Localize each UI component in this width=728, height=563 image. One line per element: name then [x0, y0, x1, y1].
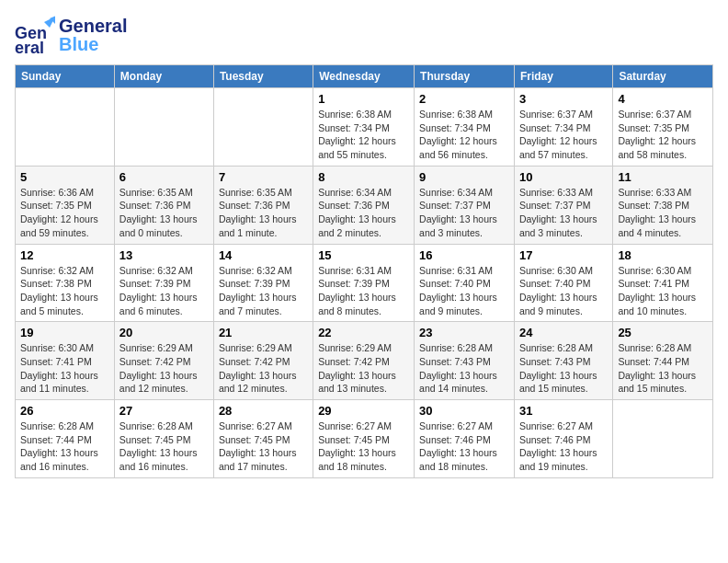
- day-info: Sunrise: 6:29 AMSunset: 7:42 PMDaylight:…: [219, 341, 308, 396]
- day-info: Sunrise: 6:34 AMSunset: 7:37 PMDaylight:…: [419, 186, 509, 240]
- day-number: 1: [318, 92, 409, 106]
- calendar-cell: 18Sunrise: 6:30 AMSunset: 7:41 PMDayligh…: [613, 244, 713, 322]
- day-number: 9: [419, 170, 509, 184]
- logo-general: General: [59, 17, 127, 35]
- day-number: 7: [219, 170, 308, 184]
- calendar-cell: 2Sunrise: 6:38 AMSunset: 7:34 PMDaylight…: [415, 88, 515, 167]
- day-info: Sunrise: 6:30 AMSunset: 7:41 PMDaylight:…: [618, 264, 708, 318]
- day-info: Sunrise: 6:28 AMSunset: 7:44 PMDaylight:…: [20, 419, 109, 474]
- calendar-cell: 15Sunrise: 6:31 AMSunset: 7:39 PMDayligh…: [313, 244, 415, 322]
- day-number: 20: [119, 326, 209, 339]
- calendar-cell: 1Sunrise: 6:38 AMSunset: 7:34 PMDaylight…: [313, 88, 415, 167]
- day-number: 22: [318, 326, 409, 339]
- day-number: 17: [519, 248, 608, 262]
- day-number: 24: [519, 326, 608, 339]
- svg-text:eral: eral: [15, 39, 44, 55]
- calendar-cell: 12Sunrise: 6:32 AMSunset: 7:38 PMDayligh…: [16, 244, 115, 322]
- day-info: Sunrise: 6:30 AMSunset: 7:41 PMDaylight:…: [20, 341, 109, 396]
- calendar-cell: 10Sunrise: 6:33 AMSunset: 7:37 PMDayligh…: [514, 166, 612, 244]
- day-info: Sunrise: 6:38 AMSunset: 7:34 PMDaylight:…: [318, 108, 409, 162]
- calendar-cell: 26Sunrise: 6:28 AMSunset: 7:44 PMDayligh…: [16, 400, 115, 478]
- calendar-header-row: SundayMondayTuesdayWednesdayThursdayFrid…: [16, 65, 713, 88]
- day-info: Sunrise: 6:29 AMSunset: 7:42 PMDaylight:…: [318, 341, 409, 396]
- calendar-cell: 30Sunrise: 6:27 AMSunset: 7:46 PMDayligh…: [415, 400, 515, 478]
- calendar-cell: [213, 88, 313, 167]
- day-number: 11: [618, 170, 708, 184]
- day-info: Sunrise: 6:30 AMSunset: 7:40 PMDaylight:…: [519, 264, 608, 318]
- day-number: 25: [618, 326, 708, 339]
- day-number: 14: [219, 248, 308, 262]
- day-number: 10: [519, 170, 608, 184]
- calendar-cell: [16, 88, 115, 167]
- day-number: 2: [419, 92, 509, 106]
- column-header-friday: Friday: [514, 65, 612, 88]
- column-header-thursday: Thursday: [415, 65, 515, 88]
- day-number: 21: [219, 326, 308, 339]
- column-header-sunday: Sunday: [16, 65, 115, 88]
- column-header-tuesday: Tuesday: [213, 65, 313, 88]
- calendar-cell: 20Sunrise: 6:29 AMSunset: 7:42 PMDayligh…: [114, 322, 213, 400]
- calendar-cell: 3Sunrise: 6:37 AMSunset: 7:34 PMDaylight…: [514, 88, 612, 167]
- day-number: 18: [618, 248, 708, 262]
- calendar-week-5: 26Sunrise: 6:28 AMSunset: 7:44 PMDayligh…: [16, 400, 713, 478]
- calendar-cell: 9Sunrise: 6:34 AMSunset: 7:37 PMDaylight…: [415, 166, 515, 244]
- calendar-cell: 11Sunrise: 6:33 AMSunset: 7:38 PMDayligh…: [613, 166, 713, 244]
- day-number: 31: [519, 404, 608, 418]
- day-info: Sunrise: 6:35 AMSunset: 7:36 PMDaylight:…: [119, 186, 209, 240]
- day-info: Sunrise: 6:35 AMSunset: 7:36 PMDaylight:…: [219, 186, 308, 240]
- day-info: Sunrise: 6:32 AMSunset: 7:39 PMDaylight:…: [119, 264, 209, 318]
- day-info: Sunrise: 6:27 AMSunset: 7:45 PMDaylight:…: [318, 419, 409, 474]
- calendar-cell: 21Sunrise: 6:29 AMSunset: 7:42 PMDayligh…: [213, 322, 313, 400]
- day-info: Sunrise: 6:34 AMSunset: 7:36 PMDaylight:…: [318, 186, 409, 240]
- day-info: Sunrise: 6:33 AMSunset: 7:37 PMDaylight:…: [519, 186, 608, 240]
- calendar-table: SundayMondayTuesdayWednesdayThursdayFrid…: [15, 64, 713, 478]
- day-number: 27: [119, 404, 209, 418]
- calendar-cell: 31Sunrise: 6:27 AMSunset: 7:46 PMDayligh…: [514, 400, 612, 478]
- day-info: Sunrise: 6:32 AMSunset: 7:39 PMDaylight:…: [219, 264, 308, 318]
- day-info: Sunrise: 6:38 AMSunset: 7:34 PMDaylight:…: [419, 108, 509, 162]
- page-header: Gen eral General Blue: [15, 15, 713, 55]
- calendar-week-2: 5Sunrise: 6:36 AMSunset: 7:35 PMDaylight…: [16, 166, 713, 244]
- calendar-cell: 13Sunrise: 6:32 AMSunset: 7:39 PMDayligh…: [114, 244, 213, 322]
- calendar-cell: 27Sunrise: 6:28 AMSunset: 7:45 PMDayligh…: [114, 400, 213, 478]
- calendar-cell: 14Sunrise: 6:32 AMSunset: 7:39 PMDayligh…: [213, 244, 313, 322]
- day-info: Sunrise: 6:29 AMSunset: 7:42 PMDaylight:…: [119, 341, 209, 396]
- day-info: Sunrise: 6:37 AMSunset: 7:35 PMDaylight:…: [618, 108, 708, 162]
- day-info: Sunrise: 6:28 AMSunset: 7:45 PMDaylight:…: [119, 419, 209, 474]
- day-info: Sunrise: 6:37 AMSunset: 7:34 PMDaylight:…: [519, 108, 608, 162]
- day-number: 3: [519, 92, 608, 106]
- logo-blue: Blue: [59, 35, 127, 53]
- day-number: 13: [119, 248, 209, 262]
- logo: Gen eral General Blue: [15, 15, 127, 55]
- logo-icon: Gen eral: [15, 15, 55, 55]
- day-number: 5: [20, 170, 109, 184]
- calendar-week-3: 12Sunrise: 6:32 AMSunset: 7:38 PMDayligh…: [16, 244, 713, 322]
- day-number: 8: [318, 170, 409, 184]
- calendar-cell: 6Sunrise: 6:35 AMSunset: 7:36 PMDaylight…: [114, 166, 213, 244]
- calendar-cell: 5Sunrise: 6:36 AMSunset: 7:35 PMDaylight…: [16, 166, 115, 244]
- day-number: 12: [20, 248, 109, 262]
- calendar-cell: 19Sunrise: 6:30 AMSunset: 7:41 PMDayligh…: [16, 322, 115, 400]
- column-header-saturday: Saturday: [613, 65, 713, 88]
- calendar-cell: 17Sunrise: 6:30 AMSunset: 7:40 PMDayligh…: [514, 244, 612, 322]
- day-info: Sunrise: 6:28 AMSunset: 7:44 PMDaylight:…: [618, 341, 708, 396]
- calendar-cell: 16Sunrise: 6:31 AMSunset: 7:40 PMDayligh…: [415, 244, 515, 322]
- day-number: 30: [419, 404, 509, 418]
- calendar-cell: 25Sunrise: 6:28 AMSunset: 7:44 PMDayligh…: [613, 322, 713, 400]
- day-number: 15: [318, 248, 409, 262]
- day-number: 29: [318, 404, 409, 418]
- day-info: Sunrise: 6:27 AMSunset: 7:46 PMDaylight:…: [419, 419, 509, 474]
- calendar-cell: [613, 400, 713, 478]
- day-info: Sunrise: 6:28 AMSunset: 7:43 PMDaylight:…: [519, 341, 608, 396]
- day-info: Sunrise: 6:33 AMSunset: 7:38 PMDaylight:…: [618, 186, 708, 240]
- calendar-cell: 29Sunrise: 6:27 AMSunset: 7:45 PMDayligh…: [313, 400, 415, 478]
- day-info: Sunrise: 6:27 AMSunset: 7:46 PMDaylight:…: [519, 419, 608, 474]
- day-number: 28: [219, 404, 308, 418]
- calendar-cell: 23Sunrise: 6:28 AMSunset: 7:43 PMDayligh…: [415, 322, 515, 400]
- day-number: 26: [20, 404, 109, 418]
- calendar-cell: 8Sunrise: 6:34 AMSunset: 7:36 PMDaylight…: [313, 166, 415, 244]
- day-number: 19: [20, 326, 109, 339]
- day-number: 23: [419, 326, 509, 339]
- day-info: Sunrise: 6:31 AMSunset: 7:40 PMDaylight:…: [419, 264, 509, 318]
- calendar-week-1: 1Sunrise: 6:38 AMSunset: 7:34 PMDaylight…: [16, 88, 713, 167]
